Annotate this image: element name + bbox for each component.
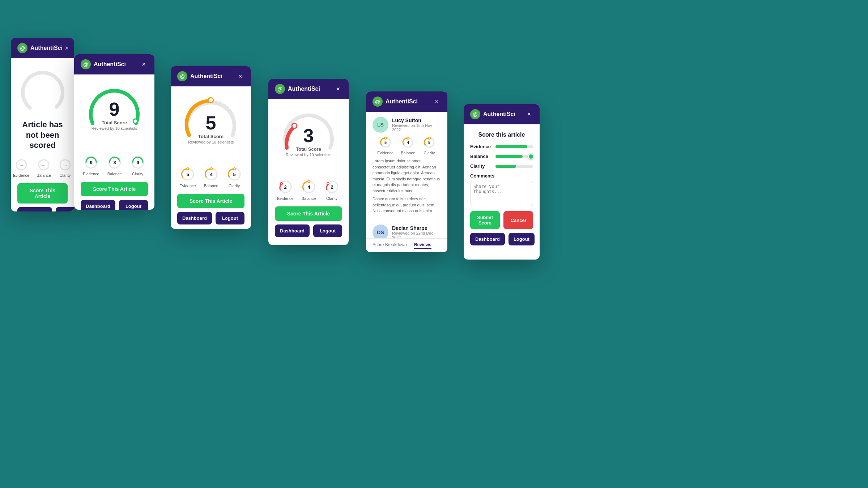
- mini-scores: 5 Evidence 4 Balance 5: [179, 166, 242, 188]
- score-article-button[interactable]: Score This Article: [17, 183, 68, 204]
- svg-point-32: [327, 183, 329, 185]
- widget-score-3: @ AuthentiSci × 3 Total Score Reviewed b…: [268, 79, 349, 245]
- logout-button[interactable]: Logout: [56, 207, 74, 211]
- balance-label: Balance: [204, 184, 218, 188]
- svg-point-0: [17, 65, 68, 112]
- mini-gauge-evidence: 9: [83, 154, 99, 170]
- reviewer-header: LS Lucy Sutton Reviewed on 18th Nov 2022: [373, 117, 441, 133]
- close-button[interactable]: ×: [525, 110, 533, 118]
- svg-point-29: [308, 180, 310, 183]
- balance-slider-track[interactable]: [495, 155, 533, 158]
- mini-gauge-balance: 4: [203, 166, 219, 182]
- logout-button[interactable]: Logout: [216, 212, 244, 224]
- widget-footer: Score Breakdown Reviews: [366, 238, 447, 252]
- widget-logo: @ AuthentiSci: [81, 59, 126, 69]
- score-breakdown-tab[interactable]: Score Breakdown: [373, 242, 407, 249]
- widget-title: AuthentiSci: [190, 73, 222, 80]
- submit-score-button[interactable]: Submit Score: [470, 211, 500, 229]
- gauge-container: 9 Total Score Reviewed by 10 scientists: [85, 82, 143, 130]
- svg-text:···: ···: [20, 163, 23, 167]
- score-article-button[interactable]: Score This Article: [275, 206, 342, 221]
- mini-score-evidence: 5 Evidence: [377, 136, 393, 155]
- dashboard-button[interactable]: Dashboard: [470, 233, 505, 245]
- clarity-label: Clarity: [424, 151, 435, 155]
- dashboard-button[interactable]: Dashboard: [81, 200, 115, 210]
- mini-score-clarity: 2 Clarity: [324, 179, 340, 201]
- mini-score-balance: 4 Balance: [401, 136, 415, 155]
- close-button[interactable]: ×: [236, 72, 244, 80]
- total-score-label: Total Score: [92, 120, 137, 125]
- widget-not-scored: @ AuthentiSci × Article has not been sco…: [11, 38, 74, 211]
- logout-button[interactable]: Logout: [119, 200, 148, 210]
- clarity-bar-fill: [495, 165, 516, 168]
- dashboard-button[interactable]: Dashboard: [17, 207, 52, 211]
- gauge-chart: [17, 65, 68, 112]
- widget-header: @ AuthentiSci ×: [464, 104, 540, 124]
- svg-text:9: 9: [136, 160, 139, 165]
- evidence-label: Evidence: [179, 184, 196, 188]
- reviewer-info: Lucy Sutton Reviewed on 18th Nov 2022: [392, 117, 441, 132]
- mini-gauge-balance: 8: [107, 154, 123, 170]
- evidence-slider-track[interactable]: [495, 145, 533, 148]
- balance-row: Balance: [470, 154, 533, 159]
- balance-label: Balance: [37, 173, 51, 177]
- close-button[interactable]: ×: [140, 60, 148, 68]
- mini-score-clarity: 9 Clarity: [130, 154, 146, 176]
- gauge-container: 3 Total Score Reviewed by 10 scientists: [280, 106, 337, 157]
- evidence-label: Evidence: [277, 196, 293, 201]
- clarity-label: Clarity: [132, 172, 143, 176]
- reviewer-name: Lucy Sutton: [392, 117, 441, 123]
- widget-logo: @ AuthentiSci: [275, 84, 320, 94]
- reviewer-avatar-ls: LS: [373, 117, 388, 133]
- score-article-button[interactable]: Score This Article: [177, 194, 244, 208]
- total-score-number: 3: [286, 126, 332, 145]
- avatar-initials: LS: [377, 122, 384, 128]
- mini-gauge-balance: 4: [401, 136, 415, 149]
- reviewed-by: Reviewed by 10 scientists: [92, 126, 137, 130]
- widget-header: @ AuthentiSci ×: [268, 79, 349, 99]
- logout-button[interactable]: Logout: [313, 224, 342, 237]
- widget-header: @ AuthentiSci ×: [366, 91, 447, 112]
- widget-logo: @ AuthentiSci: [177, 71, 222, 81]
- reviews-tab[interactable]: Reviews: [414, 242, 431, 249]
- svg-point-22: [233, 168, 235, 170]
- logo-icon: @: [275, 84, 285, 94]
- svg-text:2: 2: [284, 184, 286, 190]
- mini-scores: 9 Evidence 8 Balance 9 Clarity: [83, 154, 145, 176]
- svg-text:5: 5: [384, 140, 387, 145]
- score-article-button[interactable]: Score This Article: [81, 182, 148, 196]
- cancel-button[interactable]: Cancel: [503, 211, 533, 229]
- mini-score-evidence: ··· Evidence: [13, 158, 29, 177]
- logo-icon: @: [81, 59, 91, 69]
- mini-gauge-clarity: 5: [422, 136, 436, 149]
- logo-icon: @: [373, 97, 383, 107]
- close-button[interactable]: ×: [63, 44, 71, 52]
- widget-score-5: @ AuthentiSci × 5 Total Score Reviewed b…: [171, 66, 251, 229]
- logout-button[interactable]: Logout: [509, 233, 535, 245]
- mini-gauge-evidence: 2: [277, 179, 293, 195]
- divider: [373, 220, 441, 220]
- close-button[interactable]: ×: [433, 98, 441, 106]
- svg-text:5: 5: [428, 140, 430, 145]
- reviewer-date: Reviewed on 22nd Dec 2022: [392, 231, 441, 239]
- dashboard-button[interactable]: Dashboard: [275, 224, 310, 237]
- mini-gauge-balance: ···: [37, 158, 51, 172]
- mini-score-balance: 8 Balance: [107, 154, 123, 176]
- total-score-label: Total Score: [188, 134, 234, 139]
- close-button[interactable]: ×: [334, 85, 342, 93]
- mini-score-balance: 4 Balance: [301, 179, 317, 201]
- widget-logo: @ AuthentiSci: [17, 43, 63, 53]
- review-item-lucy: LS Lucy Sutton Reviewed on 18th Nov 2022…: [373, 117, 441, 214]
- widget-header: @ AuthentiSci ×: [171, 66, 251, 86]
- review-text: Lorem ipsum dolor sit amet, consectetuer…: [373, 158, 441, 194]
- svg-text:4: 4: [210, 172, 213, 177]
- balance-slider-thumb[interactable]: [528, 154, 534, 159]
- mini-gauge-clarity: 2: [324, 179, 340, 195]
- dashboard-button[interactable]: Dashboard: [177, 212, 212, 224]
- action-buttons: Dashboard Logout: [81, 200, 148, 210]
- clarity-slider-track[interactable]: [495, 165, 533, 168]
- evidence-label: Evidence: [377, 151, 393, 155]
- svg-point-26: [280, 183, 282, 185]
- mini-score-balance: 4 Balance: [203, 166, 219, 188]
- comments-textarea[interactable]: [470, 181, 533, 206]
